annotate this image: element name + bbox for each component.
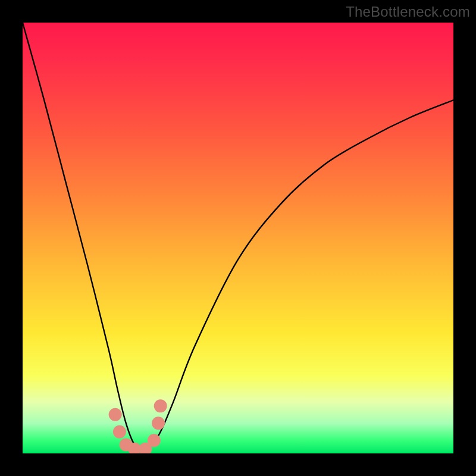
watermark-text: TheBottleneck.com [346, 4, 470, 20]
marker-right-low [148, 434, 161, 447]
plot-area [23, 23, 453, 453]
marker-right-mid [152, 416, 165, 430]
marker-left-upper [109, 408, 122, 421]
outer-frame: TheBottleneck.com [0, 0, 476, 476]
marker-right-upper [154, 399, 167, 412]
marker-left-mid [113, 425, 126, 439]
curve-svg [23, 23, 453, 453]
bottleneck-curve [23, 23, 453, 449]
markers-group [109, 399, 167, 453]
